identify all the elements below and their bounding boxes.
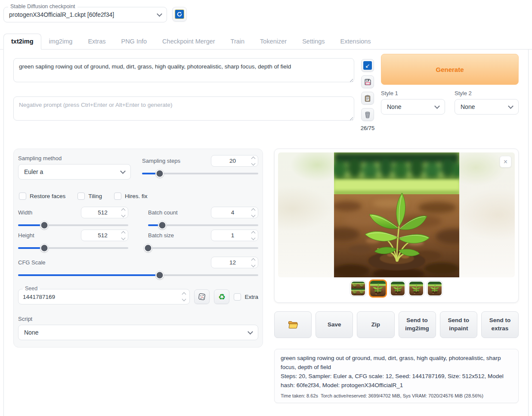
style1-label: Style 1 (381, 90, 445, 96)
tab-txt2img[interactable]: txt2img (3, 34, 41, 50)
slider-thumb[interactable] (155, 170, 164, 178)
sampling-steps-number[interactable] (211, 155, 258, 167)
chevron-down-icon (157, 11, 162, 17)
tab-settings[interactable]: Settings (294, 34, 332, 49)
gallery-blur-right (459, 152, 515, 277)
slider-thumb[interactable] (158, 221, 167, 230)
script-label: Script (18, 316, 258, 322)
stepper-icon[interactable] (251, 209, 256, 217)
seed-field[interactable]: Seed (18, 289, 190, 304)
stepper-icon[interactable] (181, 293, 187, 301)
batch-count-number[interactable] (211, 207, 258, 218)
tab-train[interactable]: Train (223, 34, 253, 49)
refresh-checkpoints-button[interactable] (172, 7, 187, 22)
thumbnail[interactable] (390, 281, 405, 296)
checkbox-icon (19, 192, 26, 200)
batch-size-number[interactable] (211, 230, 258, 241)
sampling-steps-input[interactable] (215, 158, 251, 164)
stepper-icon[interactable] (121, 209, 126, 217)
reuse-seed-button[interactable]: ♻ (214, 289, 229, 304)
batch-size-input[interactable] (215, 232, 251, 239)
close-gallery-button[interactable]: × (500, 156, 511, 168)
tab-extras[interactable]: Extras (80, 34, 113, 49)
height-input[interactable] (85, 232, 121, 239)
checkbox-icon (77, 192, 85, 200)
thumbnail[interactable] (427, 281, 442, 296)
stepper-icon[interactable] (121, 232, 126, 239)
script-dropdown[interactable]: None (18, 325, 258, 340)
stepper-icon[interactable] (251, 232, 256, 239)
script-value: None (24, 329, 38, 336)
width-slider[interactable] (18, 224, 128, 226)
token-counter: 26/75 (361, 125, 375, 131)
checkbox-icon (114, 192, 121, 200)
paste-params-button[interactable]: ↙ (361, 59, 374, 72)
gallery-thumbnails (278, 277, 515, 300)
slider-thumb[interactable] (40, 221, 49, 230)
tab-png-info[interactable]: PNG Info (113, 34, 155, 49)
cfg-scale-number[interactable] (211, 257, 258, 268)
open-folder-button[interactable] (274, 311, 312, 338)
extra-seed-checkbox[interactable]: Extra (234, 293, 258, 301)
seed-input[interactable] (23, 294, 181, 300)
sampling-method-dropdown[interactable]: Euler a (18, 164, 131, 180)
style1-value: None (387, 103, 401, 110)
style2-dropdown[interactable]: None (455, 99, 519, 115)
restore-faces-checkbox[interactable]: Restore faces (19, 192, 65, 200)
save-style-button[interactable] (361, 75, 374, 88)
batch-count-input[interactable] (215, 209, 251, 216)
save-button[interactable]: Save (315, 311, 353, 338)
width-label: Width (18, 209, 32, 216)
slider-thumb[interactable] (144, 244, 152, 252)
checkpoint-label: Stable Diffusion checkpoint (8, 3, 77, 9)
seed-label: Seed (23, 286, 40, 292)
batch-count-label: Batch count (148, 209, 178, 216)
send-to-img2img-button[interactable]: Send to img2img (399, 311, 436, 338)
tab-tokenizer[interactable]: Tokenizer (252, 34, 294, 49)
info-performance-text: Time taken: 8.62s Torch active/reserved:… (281, 393, 512, 400)
cfg-scale-slider[interactable] (18, 274, 258, 276)
sampling-steps-label: Sampling steps (142, 158, 180, 164)
tiling-checkbox[interactable]: Tiling (77, 192, 102, 200)
sampling-method-label: Sampling method (18, 155, 131, 161)
floppy-disk-icon (364, 78, 371, 86)
tab-checkpoint-merger[interactable]: Checkpoint Merger (155, 34, 223, 49)
batch-size-slider[interactable] (148, 247, 258, 249)
info-prompt-text: green sapling rowing out of ground, mud,… (281, 354, 512, 372)
tab-extensions[interactable]: Extensions (333, 34, 379, 49)
batch-count-slider[interactable] (148, 224, 258, 226)
checkbox-icon (234, 293, 241, 301)
sampling-steps-slider[interactable] (142, 173, 258, 174)
height-label: Height (18, 232, 34, 239)
checkpoint-dropdown[interactable]: Stable Diffusion checkpoint protogenX34O… (3, 7, 167, 22)
send-to-extras-button[interactable]: Send to extras (481, 311, 519, 338)
stepper-icon[interactable] (251, 157, 256, 165)
width-number[interactable] (81, 207, 128, 218)
hires-fix-checkbox[interactable]: Hires. fix (114, 192, 148, 200)
generate-button[interactable]: Generate (381, 54, 519, 85)
thumbnail-selected[interactable] (369, 279, 387, 298)
thumbnail-grid[interactable] (350, 281, 366, 296)
width-input[interactable] (85, 209, 121, 216)
generation-info-panel: green sapling rowing out of ground, mud,… (274, 349, 519, 403)
prompt-input[interactable]: green sapling rowing out of ground, mud,… (13, 58, 354, 82)
send-to-inpaint-button[interactable]: Send to inpaint (440, 311, 477, 338)
tab-img2img[interactable]: img2img (41, 34, 80, 49)
slider-thumb[interactable] (156, 271, 164, 279)
generated-image[interactable] (334, 152, 459, 277)
style1-dropdown[interactable]: None (381, 99, 445, 115)
negative-prompt-input[interactable] (13, 96, 354, 121)
top-bar: Stable Diffusion checkpoint protogenX34O… (0, 0, 532, 26)
stepper-icon[interactable] (251, 259, 256, 267)
thumbnail[interactable] (408, 281, 424, 296)
style2-label: Style 2 (455, 90, 519, 96)
random-seed-button[interactable] (194, 289, 210, 304)
clear-prompt-button[interactable] (361, 108, 374, 121)
apply-style-button[interactable] (361, 92, 374, 105)
height-slider[interactable] (18, 247, 128, 249)
zip-button[interactable]: Zip (357, 311, 394, 338)
trash-icon (364, 111, 371, 118)
height-number[interactable] (81, 230, 128, 241)
slider-thumb[interactable] (40, 244, 49, 252)
cfg-scale-input[interactable] (215, 259, 251, 266)
